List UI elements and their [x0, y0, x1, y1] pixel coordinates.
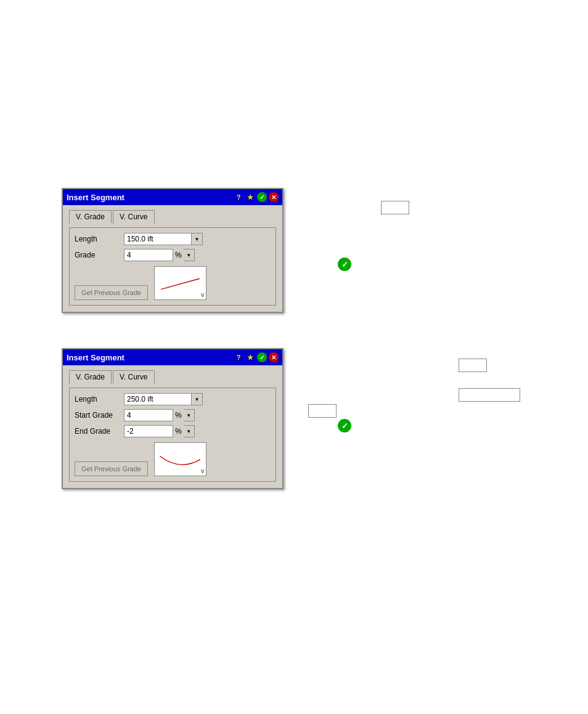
- bottom-row-2: Get Previous Grade v: [75, 442, 271, 476]
- get-prev-grade-btn-2[interactable]: Get Previous Grade: [75, 461, 148, 476]
- close-icon-1[interactable]: ✕: [269, 192, 279, 202]
- length-label-1: Length: [75, 235, 124, 243]
- length-row-2: Length ▼: [75, 393, 271, 405]
- ok-icon-1[interactable]: ✓: [257, 192, 267, 202]
- preview-v-label-1: v: [201, 291, 204, 298]
- titlebar-2: Insert Segment ? ★ ✓ ✕: [63, 349, 282, 365]
- tab-bar-1: V. Grade V. Curve: [69, 210, 276, 224]
- percent-label-1: %: [175, 251, 182, 259]
- dialog-title-2: Insert Segment: [67, 353, 125, 362]
- green-check-outside-1: ✓: [338, 258, 351, 271]
- end-grade-row-2: End Grade % ▼: [75, 425, 271, 437]
- length-input-1[interactable]: [124, 233, 192, 245]
- preview-box-1: v: [154, 266, 206, 300]
- get-prev-grade-btn-1[interactable]: Get Previous Grade: [75, 285, 148, 300]
- help-icon-1[interactable]: ?: [234, 192, 243, 202]
- grade-label-1: Grade: [75, 251, 124, 259]
- float-box-1: [381, 201, 409, 214]
- dialog-content-2: V. Grade V. Curve Length ▼ Start Grade %…: [63, 365, 282, 488]
- dialog-content-1: V. Grade V. Curve Length ▼ Grade % ▼: [63, 205, 282, 312]
- end-grade-label-2: End Grade: [75, 427, 124, 436]
- percent-label-2b: %: [175, 427, 182, 436]
- start-grade-input-2[interactable]: [124, 409, 173, 421]
- percent-label-2a: %: [175, 411, 182, 420]
- dialog-insert-segment-2: Insert Segment ? ★ ✓ ✕ V. Grade V. Curve…: [62, 348, 284, 489]
- length-dropdown-2[interactable]: ▼: [192, 393, 203, 405]
- star-icon-2[interactable]: ★: [245, 352, 255, 362]
- start-grade-label-2: Start Grade: [75, 411, 124, 420]
- svg-line-0: [161, 278, 200, 289]
- dialog-insert-segment-1: Insert Segment ? ★ ✓ ✕ V. Grade V. Curve…: [62, 188, 284, 313]
- end-grade-dropdown-2[interactable]: ▼: [184, 425, 195, 437]
- start-grade-input-group-2: % ▼: [124, 409, 195, 421]
- grade-dropdown-1[interactable]: ▼: [184, 249, 195, 261]
- end-grade-input-2[interactable]: [124, 425, 173, 437]
- grade-input-group-1: % ▼: [124, 249, 195, 261]
- length-row-1: Length ▼: [75, 233, 271, 245]
- float-box-3: [459, 388, 520, 402]
- length-dropdown-1[interactable]: ▼: [192, 233, 203, 245]
- tab-vcurve-1[interactable]: V. Curve: [113, 210, 155, 224]
- ok-icon-2[interactable]: ✓: [257, 352, 267, 362]
- start-grade-dropdown-2[interactable]: ▼: [184, 409, 195, 421]
- tab-content-2: Length ▼ Start Grade % ▼ End Grade: [69, 387, 276, 482]
- titlebar-1: Insert Segment ? ★ ✓ ✕: [63, 189, 282, 205]
- grade-input-1[interactable]: [124, 249, 173, 261]
- titlebar-icons-2: ? ★ ✓ ✕: [234, 352, 279, 362]
- preview-box-2: v: [154, 442, 206, 476]
- close-icon-2[interactable]: ✕: [269, 352, 279, 362]
- length-label-2: Length: [75, 395, 124, 404]
- bottom-row-1: Get Previous Grade v: [75, 266, 271, 300]
- length-input-2[interactable]: [124, 393, 192, 405]
- green-check-outside-2: ✓: [338, 419, 351, 432]
- float-box-4: [308, 404, 337, 418]
- length-input-group-2: ▼: [124, 393, 203, 405]
- titlebar-icons-1: ? ★ ✓ ✕: [234, 192, 279, 202]
- tab-bar-2: V. Grade V. Curve: [69, 370, 276, 384]
- float-box-2: [459, 359, 487, 372]
- length-input-group-1: ▼: [124, 233, 203, 245]
- preview-v-label-2: v: [201, 468, 204, 474]
- tab-vgrade-1[interactable]: V. Grade: [69, 210, 112, 224]
- grade-row-1: Grade % ▼: [75, 249, 271, 261]
- help-icon-2[interactable]: ?: [234, 352, 243, 362]
- end-grade-input-group-2: % ▼: [124, 425, 195, 437]
- start-grade-row-2: Start Grade % ▼: [75, 409, 271, 421]
- tab-content-1: Length ▼ Grade % ▼ Get Previous Grade: [69, 227, 276, 306]
- dialog-title-1: Insert Segment: [67, 193, 125, 202]
- tab-vgrade-2[interactable]: V. Grade: [69, 370, 112, 384]
- star-icon-1[interactable]: ★: [245, 192, 255, 202]
- tab-vcurve-2[interactable]: V. Curve: [113, 370, 155, 384]
